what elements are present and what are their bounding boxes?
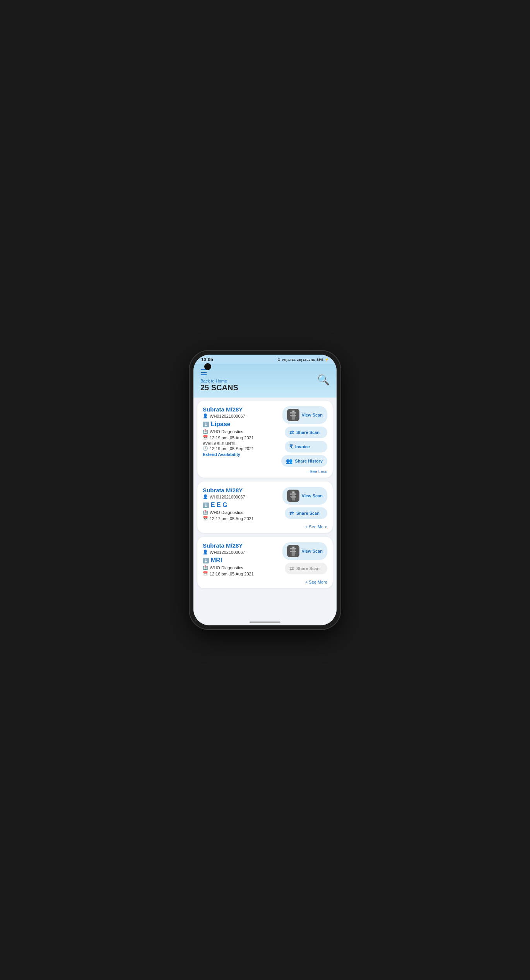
scan-icon-1: ⬇️ <box>203 422 209 427</box>
svg-rect-10 <box>290 494 296 495</box>
xray-image-3 <box>287 545 299 557</box>
person-icon-2: 👤 <box>203 494 208 499</box>
patient-id-2: 👤 WH012021000067 <box>203 494 279 499</box>
facility-2: 🏥 WHO Diagnostics <box>203 510 279 515</box>
view-scan-button-1[interactable]: View Scan <box>282 406 327 424</box>
card-2-actions: View Scan ⇄ Share Scan <box>282 487 327 519</box>
view-scan-button-3[interactable]: View Scan <box>282 542 327 560</box>
clock-icon-1: 🕐 <box>203 446 208 451</box>
network-label: Vol) LTE1 Vol) LTE2 4G <box>282 358 315 362</box>
svg-point-20 <box>292 547 294 548</box>
hospital-icon-1: 🏥 <box>203 429 208 434</box>
patient-id-1: 👤 WH012021000067 <box>203 413 277 418</box>
svg-point-13 <box>292 492 294 493</box>
share-scan-button-1[interactable]: ⇄ Share Scan <box>285 427 327 438</box>
xray-thumbnail-1 <box>287 409 299 421</box>
hospital-icon-2: 🏥 <box>203 510 208 515</box>
share-history-label-1: Share History <box>295 459 323 463</box>
card-3-row: Subrata M/28Y 👤 WH012021000067 ⬇️ MRI 🏥 … <box>203 542 327 577</box>
page-title: 25 SCANS <box>200 383 238 392</box>
scan-card-2: Subrata M/28Y 👤 WH012021000067 ⬇️ E E G … <box>197 481 333 533</box>
calendar-icon-3: 📅 <box>203 571 208 576</box>
see-more-toggle-3[interactable]: + See More <box>203 580 327 584</box>
patient-name-3: Subrata M/28Y <box>203 542 279 549</box>
signal-icon: ⊙ <box>277 358 280 362</box>
view-scan-label-3: View Scan <box>302 549 323 553</box>
person-icon-1: 👤 <box>203 413 208 418</box>
scan-type-2: ⬇️ E E G <box>203 502 279 509</box>
card-1-row: Subrata M/28Y 👤 WH012021000067 ⬇️ Lipase… <box>203 406 327 467</box>
home-bar <box>250 621 280 623</box>
datetime-3: 📅 12:16 pm.,05 Aug 2021 <box>203 571 279 576</box>
scan-icon-2: ⬇️ <box>203 502 209 508</box>
share-icon-2: ⇄ <box>289 510 294 516</box>
svg-rect-12 <box>291 497 296 498</box>
svg-rect-3 <box>290 413 296 414</box>
view-scan-label-1: View Scan <box>302 413 323 417</box>
home-indicator <box>193 620 337 625</box>
card-1-info: Subrata M/28Y 👤 WH012021000067 ⬇️ Lipase… <box>203 406 277 457</box>
patient-id-3: 👤 WH012021000067 <box>203 550 279 555</box>
status-bar: 13:05 ⊙ Vol) LTE1 Vol) LTE2 4G 38% ⚡ <box>193 355 337 364</box>
card-1-actions: View Scan ⇄ Share Scan ₹ Invoice 👥 Sh <box>281 406 327 467</box>
share-scan-button-3[interactable]: ⇄ Share Scan <box>285 563 327 574</box>
facility-1: 🏥 WHO Diagnostics <box>203 429 277 434</box>
card-3-info: Subrata M/28Y 👤 WH012021000067 ⬇️ MRI 🏥 … <box>203 542 279 577</box>
camera-notch <box>204 363 211 370</box>
patient-name-2: Subrata M/28Y <box>203 487 279 493</box>
extend-availability-link[interactable]: Extend Availability <box>203 452 277 457</box>
invoice-button-1[interactable]: ₹ Invoice <box>285 441 327 452</box>
share-icon-1: ⇄ <box>289 429 294 435</box>
card-3-actions: View Scan ⇄ Share Scan <box>282 542 327 574</box>
svg-rect-4 <box>290 415 296 416</box>
share-scan-label-3: Share Scan <box>296 566 320 571</box>
share-history-icon-1: 👥 <box>286 458 292 464</box>
calendar-icon-1: 📅 <box>203 435 208 440</box>
share-scan-label-2: Share Scan <box>296 511 320 516</box>
search-icon[interactable]: 🔍 <box>317 374 330 386</box>
svg-rect-17 <box>290 550 296 550</box>
share-icon-3: ⇄ <box>289 565 294 572</box>
svg-rect-5 <box>291 417 296 417</box>
xray-image-1 <box>287 409 299 421</box>
back-to-home-label[interactable]: Back to Home <box>200 379 238 383</box>
see-less-toggle-1[interactable]: -See Less <box>203 469 327 474</box>
phone-screen: 13:05 ⊙ Vol) LTE1 Vol) LTE2 4G 38% ⚡ ☰ B… <box>193 355 337 625</box>
view-scan-label-2: View Scan <box>302 493 323 498</box>
time-display: 13:05 <box>201 357 213 362</box>
scan-icon-3: ⬇️ <box>203 558 209 563</box>
avail-until-1: 🕐 12:19 pm.,05 Sep 2021 <box>203 446 277 451</box>
view-scan-button-2[interactable]: View Scan <box>282 487 327 505</box>
hospital-icon-3: 🏥 <box>203 565 208 570</box>
share-scan-label-1: Share Scan <box>296 430 320 435</box>
datetime-1: 📅 12:19 pm.,05 Aug 2021 <box>203 435 277 440</box>
xray-thumbnail-2 <box>287 490 299 502</box>
battery-label: 38% <box>316 358 323 362</box>
svg-rect-18 <box>290 551 296 552</box>
status-icons: ⊙ Vol) LTE1 Vol) LTE2 4G 38% ⚡ <box>277 358 329 362</box>
phone-frame: 13:05 ⊙ Vol) LTE1 Vol) LTE2 4G 38% ⚡ ☰ B… <box>190 351 340 629</box>
svg-rect-19 <box>291 553 296 553</box>
calendar-icon-2: 📅 <box>203 516 208 521</box>
battery-icon: ⚡ <box>325 358 329 362</box>
scan-type-3: ⬇️ MRI <box>203 557 279 564</box>
datetime-2: 📅 12:17 pm.,05 Aug 2021 <box>203 516 279 521</box>
share-scan-button-2[interactable]: ⇄ Share Scan <box>285 507 327 519</box>
scan-type-1: ⬇️ Lipase <box>203 421 277 428</box>
share-history-button-1[interactable]: 👥 Share History <box>281 455 327 467</box>
rupee-icon-1: ₹ <box>289 444 293 450</box>
patient-name-1: Subrata M/28Y <box>203 406 277 413</box>
scan-list: Subrata M/28Y 👤 WH012021000067 ⬇️ Lipase… <box>193 398 337 620</box>
xray-thumbnail-3 <box>287 545 299 557</box>
svg-point-6 <box>292 411 294 412</box>
invoice-label-1: Invoice <box>295 444 310 449</box>
card-2-info: Subrata M/28Y 👤 WH012021000067 ⬇️ E E G … <box>203 487 279 522</box>
card-2-row: Subrata M/28Y 👤 WH012021000067 ⬇️ E E G … <box>203 487 327 522</box>
avail-label-1: AVAILABLE UNTIL <box>203 442 277 446</box>
see-more-toggle-2[interactable]: + See More <box>203 524 327 529</box>
person-icon-3: 👤 <box>203 550 208 555</box>
app-header: ☰ Back to Home 25 SCANS 🔍 <box>193 364 337 398</box>
xray-image-2 <box>287 490 299 502</box>
scan-card-1: Subrata M/28Y 👤 WH012021000067 ⬇️ Lipase… <box>197 401 333 478</box>
header-left: ☰ Back to Home 25 SCANS <box>200 368 238 392</box>
